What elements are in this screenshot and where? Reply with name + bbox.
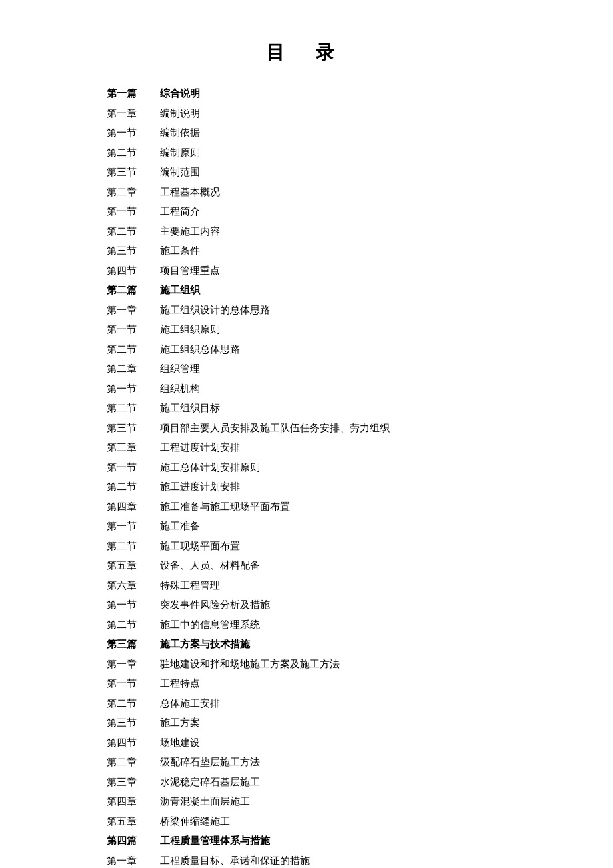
toc-item: 第四章施工准备与施工现场平面布置 [107, 499, 560, 516]
toc-item: 第四节场地建设 [107, 735, 560, 752]
toc-num: 第四篇 [107, 833, 160, 850]
toc-num: 第二节 [107, 617, 160, 634]
toc-item: 第一章工程质量目标、承诺和保证的措施 [107, 853, 560, 869]
toc-item: 第一节施工组织原则 [107, 321, 560, 339]
toc-text: 编制原则 [160, 145, 560, 162]
toc-text: 工程特点 [160, 675, 560, 693]
toc-text: 编制范围 [160, 164, 560, 181]
toc-num: 第二节 [107, 479, 160, 496]
toc-item: 第二章级配碎石垫层施工方法 [107, 754, 560, 771]
toc-item: 第一节施工总体计划安排原则 [107, 459, 560, 477]
toc-text: 特殊工程管理 [160, 577, 560, 595]
toc-item: 第二节施工组织总体思路 [107, 341, 560, 359]
toc-text: 突发事件风险分析及措施 [160, 597, 560, 614]
toc-item: 第六章特殊工程管理 [107, 577, 560, 595]
toc-item: 第三节施工条件 [107, 243, 560, 260]
toc-item: 第三章工程进度计划安排 [107, 439, 560, 457]
toc-item: 第一章驻地建设和拌和场地施工方案及施工方法 [107, 656, 560, 673]
toc-num: 第三篇 [107, 636, 160, 653]
toc-num: 第一章 [107, 656, 160, 673]
toc-item: 第三节施工方案 [107, 715, 560, 732]
toc-text: 总体施工安排 [160, 695, 560, 713]
toc-item: 第二节施工现场平面布置 [107, 538, 560, 555]
toc-num: 第一节 [107, 125, 160, 142]
toc-num: 第四章 [107, 793, 160, 811]
toc-num: 第一节 [107, 675, 160, 693]
toc-num: 第二章 [107, 184, 160, 201]
toc-item: 第四节项目管理重点 [107, 263, 560, 280]
toc-item: 第一节突发事件风险分析及措施 [107, 597, 560, 614]
toc-text: 组织机构 [160, 381, 560, 398]
toc-num: 第二篇 [107, 282, 160, 299]
toc-text: 施工中的信息管理系统 [160, 617, 560, 634]
toc-text: 施工准备与施工现场平面布置 [160, 499, 560, 516]
toc-text: 施工现场平面布置 [160, 538, 560, 555]
toc-num: 第一节 [107, 597, 160, 614]
toc-num: 第二节 [107, 223, 160, 241]
toc-num: 第四章 [107, 499, 160, 516]
toc-text: 场地建设 [160, 735, 560, 752]
toc-text: 施工组织目标 [160, 400, 560, 417]
toc-num: 第六章 [107, 577, 160, 595]
toc-item: 第一节组织机构 [107, 381, 560, 398]
toc-text: 工程进度计划安排 [160, 439, 560, 457]
toc-num: 第三章 [107, 774, 160, 791]
toc-text: 项目部主要人员安排及施工队伍任务安排、劳力组织 [160, 420, 560, 437]
toc-text: 施工组织 [160, 282, 560, 299]
toc-item: 第一章编制说明 [107, 105, 560, 123]
toc-num: 第二节 [107, 400, 160, 417]
toc-item: 第二节施工中的信息管理系统 [107, 617, 560, 634]
toc-num: 第二章 [107, 754, 160, 771]
toc-num: 第二节 [107, 341, 160, 359]
toc-text: 施工组织设计的总体思路 [160, 302, 560, 319]
toc-num: 第三章 [107, 439, 160, 457]
toc-num: 第四节 [107, 263, 160, 280]
toc-num: 第一节 [107, 381, 160, 398]
toc-num: 第二节 [107, 695, 160, 713]
toc-text: 驻地建设和拌和场地施工方案及施工方法 [160, 656, 560, 673]
toc-num: 第一节 [107, 321, 160, 339]
toc-num: 第一章 [107, 302, 160, 319]
toc-text: 沥青混凝土面层施工 [160, 793, 560, 811]
toc-item: 第三节项目部主要人员安排及施工队伍任务安排、劳力组织 [107, 420, 560, 437]
toc-text: 桥梁伸缩缝施工 [160, 813, 560, 831]
toc-text: 工程简介 [160, 203, 560, 221]
toc-container: 第一篇综合说明第一章编制说明第一节编制依据第二节编制原则第三节编制范围第二章工程… [107, 85, 560, 868]
toc-item: 第五章桥梁伸缩缝施工 [107, 813, 560, 831]
toc-num: 第二章 [107, 361, 160, 378]
toc-item: 第二节施工组织目标 [107, 400, 560, 417]
toc-text: 施工组织总体思路 [160, 341, 560, 359]
toc-num: 第一节 [107, 203, 160, 221]
toc-text: 工程质量目标、承诺和保证的措施 [160, 853, 560, 869]
toc-text: 编制说明 [160, 105, 560, 123]
toc-num: 第五章 [107, 557, 160, 575]
page-title: 目 录 [53, 40, 560, 65]
toc-num: 第二节 [107, 538, 160, 555]
toc-num: 第三节 [107, 715, 160, 732]
toc-text: 主要施工内容 [160, 223, 560, 241]
toc-item: 第四篇工程质量管理体系与措施 [107, 833, 560, 850]
toc-text: 施工方案 [160, 715, 560, 732]
toc-num: 第一节 [107, 518, 160, 535]
toc-item: 第二节总体施工安排 [107, 695, 560, 713]
toc-text: 工程基本概况 [160, 184, 560, 201]
toc-text: 水泥稳定碎石基层施工 [160, 774, 560, 791]
toc-num: 第三节 [107, 164, 160, 181]
toc-item: 第五章设备、人员、材料配备 [107, 557, 560, 575]
toc-text: 综合说明 [160, 85, 560, 103]
toc-item: 第四章沥青混凝土面层施工 [107, 793, 560, 811]
toc-item: 第二章工程基本概况 [107, 184, 560, 201]
toc-item: 第一节施工准备 [107, 518, 560, 535]
toc-item: 第一章施工组织设计的总体思路 [107, 302, 560, 319]
toc-text: 施工进度计划安排 [160, 479, 560, 496]
toc-item: 第一节工程特点 [107, 675, 560, 693]
toc-text: 工程质量管理体系与措施 [160, 833, 560, 850]
toc-item: 第二篇施工组织 [107, 282, 560, 299]
toc-text: 编制依据 [160, 125, 560, 142]
toc-item: 第三章水泥稳定碎石基层施工 [107, 774, 560, 791]
toc-text: 设备、人员、材料配备 [160, 557, 560, 575]
toc-num: 第一节 [107, 459, 160, 477]
toc-text: 施工条件 [160, 243, 560, 260]
toc-text: 组织管理 [160, 361, 560, 378]
toc-num: 第一章 [107, 105, 160, 123]
